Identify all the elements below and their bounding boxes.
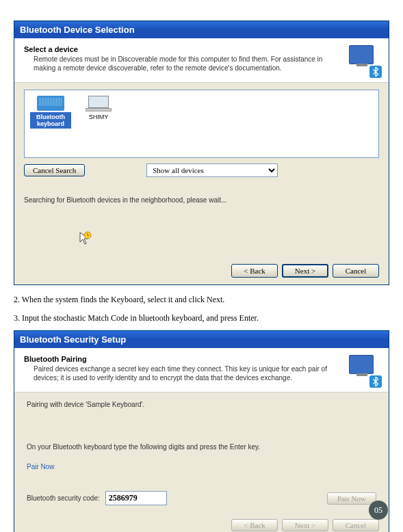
device-filter-select[interactable]: Show all devices — [146, 163, 278, 177]
device-item-bluetooth-keyboard[interactable]: Bluetooth keyboard — [30, 96, 71, 152]
dialog-buttons: < Back Next > Cancel — [14, 514, 389, 532]
page-number-badge: 05 — [369, 501, 388, 520]
pairing-with-text: Pairing with device 'Sample Keyboard'. — [27, 401, 376, 408]
cancel-button[interactable]: Cancel — [333, 519, 379, 531]
pair-now-button[interactable]: Pair Now — [327, 492, 376, 505]
bluetooth-monitor-icon — [349, 355, 379, 385]
device-label: Bluetooth keyboard — [30, 112, 71, 129]
cancel-search-button[interactable]: Cancel Search — [24, 164, 85, 176]
dialog-title: Bluetooth Security Setup — [14, 331, 389, 348]
bluetooth-device-selection-dialog: Bluetooth Device Selection Select a devi… — [14, 21, 389, 285]
header-description: Remote devices must be in Discoverable m… — [24, 55, 345, 72]
security-code-label: Bluetooth security code: — [27, 494, 100, 502]
device-item-shimy[interactable]: SHIMY — [78, 96, 119, 152]
pair-now-label: Pair Now — [27, 463, 376, 470]
device-label: SHIMY — [78, 112, 119, 122]
keyboard-icon — [37, 96, 64, 111]
back-button[interactable]: < Back — [231, 264, 278, 278]
dialog-header: Select a device Remote devices must be i… — [14, 38, 389, 83]
dialog-header: Bluetooth Pairing Paired devices exchang… — [14, 348, 389, 393]
back-button[interactable]: < Back — [231, 519, 278, 531]
next-button[interactable]: Next > — [282, 519, 328, 531]
bluetooth-monitor-icon — [349, 45, 379, 75]
dialog-buttons: < Back Next > Cancel — [14, 258, 389, 284]
cancel-button[interactable]: Cancel — [333, 264, 379, 278]
instruction-step-2: 2. When the system finds the Keyboard, s… — [14, 293, 389, 306]
search-status-text: Searching for Bluetooth devices in the n… — [24, 196, 379, 204]
next-button[interactable]: Next > — [282, 264, 328, 278]
instruction-step-3: 3. Input the stochastic Match Code in bl… — [14, 312, 389, 325]
type-instruction-text: On your Bluetooth keyboard type the foll… — [27, 442, 376, 452]
security-code-input[interactable] — [105, 491, 167, 505]
header-title: Select a device — [24, 45, 345, 53]
header-description: Paired devices exchange a secret key eac… — [24, 364, 345, 382]
bluetooth-security-setup-dialog: Bluetooth Security Setup Bluetooth Pairi… — [14, 330, 389, 532]
busy-cursor-icon — [24, 231, 379, 249]
dialog-title: Bluetooth Device Selection — [14, 21, 389, 38]
header-title: Bluetooth Pairing — [24, 355, 345, 363]
device-list[interactable]: Bluetooth keyboard SHIMY — [24, 90, 379, 158]
laptop-icon — [85, 96, 112, 111]
